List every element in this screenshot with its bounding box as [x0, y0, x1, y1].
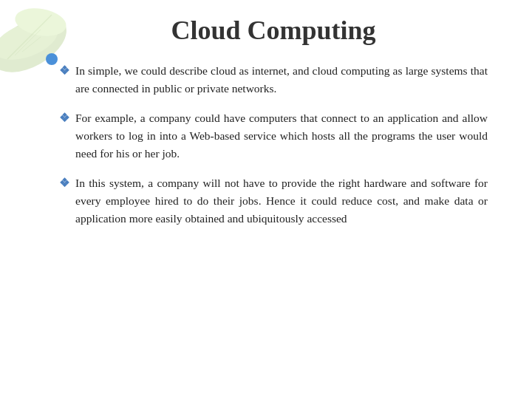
bullet-section-1: ❖ In simple, we could describe cloud as … [59, 62, 488, 98]
bullet-text-2: For example, a company could have comput… [75, 109, 488, 163]
bullet-item-1: ❖ In simple, we could describe cloud as … [59, 62, 488, 98]
bullet-marker-3: ❖ [59, 176, 75, 190]
bullet-section-2: ❖ For example, a company could have comp… [59, 109, 488, 163]
bullet-text-1: In simple, we could describe cloud as in… [75, 62, 488, 98]
bullet-text-3: In this system, a company will not have … [75, 174, 488, 228]
bullet-marker-2: ❖ [59, 111, 75, 125]
bullet-item-2: ❖ For example, a company could have comp… [59, 109, 488, 163]
bullet-section-3: ❖ In this system, a company will not hav… [59, 174, 488, 228]
bullet-marker-1: ❖ [59, 64, 75, 78]
page-title: Cloud Computing [59, 15, 488, 46]
blue-circle-decoration [46, 53, 58, 65]
bullet-item-3: ❖ In this system, a company will not hav… [59, 174, 488, 228]
